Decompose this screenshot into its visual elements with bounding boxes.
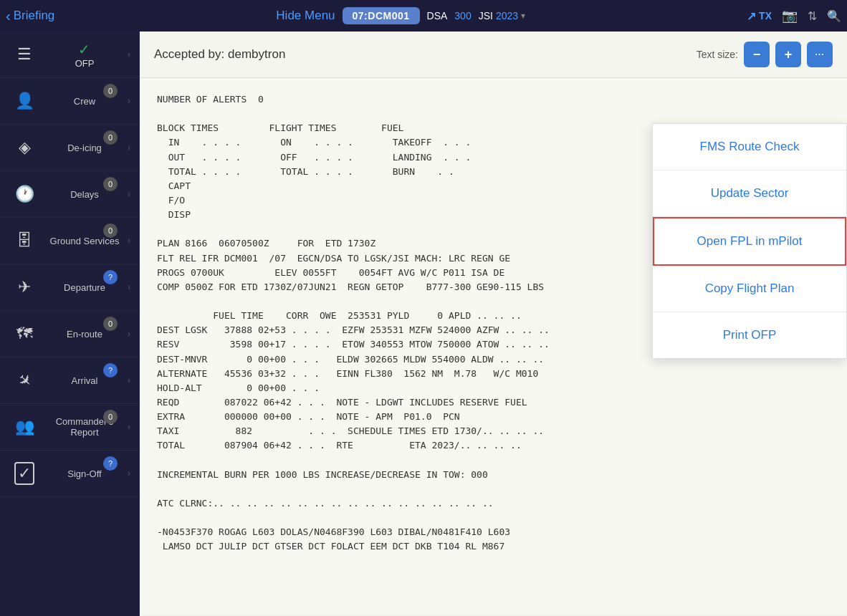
arrival-badge: ? bbox=[103, 363, 118, 377]
delays-icon-wrap: 🕐 bbox=[9, 178, 40, 210]
flight-number: 300 bbox=[454, 10, 471, 21]
sidebar-item-crew[interactable]: 👤 Crew 0 › bbox=[0, 78, 139, 125]
top-bar-right: ↗ TX 📷 ⇅ 🔍 bbox=[747, 8, 841, 24]
search-icon[interactable]: 🔍 bbox=[827, 9, 841, 23]
sidebar-item-delays[interactable]: 🕐 Delays 0 › bbox=[0, 171, 139, 218]
enroute-map-icon: 🗺 bbox=[16, 324, 32, 343]
sidebar-label-delays: Delays bbox=[42, 189, 128, 200]
departure-icon-wrap: ✈ bbox=[9, 271, 40, 303]
delays-clock-icon: 🕐 bbox=[15, 185, 34, 203]
accepted-by-prefix: Accepted by: bbox=[154, 47, 228, 61]
content-area: Accepted by: dembytron Text size: − + ··… bbox=[140, 32, 847, 616]
deicing-icon-wrap: ◈ bbox=[9, 132, 40, 163]
accepted-by-text: Accepted by: dembytron bbox=[154, 47, 285, 62]
arrival-icon: ✈ bbox=[13, 369, 35, 391]
fms-route-check-button[interactable]: FMS Route Check bbox=[653, 124, 846, 170]
back-to-briefing[interactable]: ‹ Briefing bbox=[6, 8, 54, 24]
arrival-icon-wrap: ✈ bbox=[9, 365, 40, 396]
hide-menu-button[interactable]: Hide Menu bbox=[276, 9, 335, 23]
departure-badge: ? bbox=[103, 270, 118, 284]
jsi-number: 2023 bbox=[496, 10, 518, 21]
ground-services-icon-wrap: 🗄 bbox=[9, 225, 40, 256]
tx-arrow-icon: ↗ bbox=[747, 9, 756, 23]
filter-icon[interactable]: ⇅ bbox=[808, 9, 817, 23]
ground-services-icon: 🗄 bbox=[16, 231, 32, 250]
sidebar-item-ground-services[interactable]: 🗄 Ground Services 0 › bbox=[0, 218, 139, 264]
sidebar: ☰ ✓ OFP › 👤 Crew 0 › ◈ De-icing 0 › bbox=[0, 32, 140, 616]
ofp-checkmark-icon: ✓ bbox=[78, 41, 90, 58]
ofp-icon: ☰ bbox=[17, 45, 32, 64]
sidebar-label-ofp: OFP bbox=[75, 58, 95, 69]
top-bar-center: Hide Menu 07:DCM001 DSA 300 JSI 2023 ▾ bbox=[60, 7, 741, 24]
delays-chevron-icon: › bbox=[128, 189, 130, 199]
jsi-label: JSI bbox=[479, 10, 493, 21]
deicing-icon: ◈ bbox=[19, 138, 31, 157]
sidebar-item-departure[interactable]: ✈ Departure ? › bbox=[0, 264, 139, 311]
sidebar-label-departure: Departure bbox=[42, 282, 128, 293]
crew-badge: 0 bbox=[103, 84, 118, 98]
crew-icon-wrap: 👤 bbox=[9, 85, 40, 117]
commanders-report-badge: 0 bbox=[103, 410, 118, 424]
ofp-chevron-icon: › bbox=[128, 49, 130, 59]
commanders-report-icon: 👥 bbox=[15, 418, 34, 436]
flight-id-pill[interactable]: 07:DCM001 bbox=[343, 7, 420, 24]
jsi-dropdown[interactable]: JSI 2023 ▾ bbox=[479, 10, 525, 21]
back-label: Briefing bbox=[14, 9, 55, 23]
print-ofp-button[interactable]: Print OFP bbox=[653, 312, 846, 358]
sidebar-label-signoff: Sign-Off bbox=[42, 468, 128, 479]
sidebar-label-arrival: Arrival bbox=[42, 375, 128, 386]
sidebar-item-arrival[interactable]: ✈ Arrival ? › bbox=[0, 357, 139, 404]
content-header: Accepted by: dembytron Text size: − + ··… bbox=[140, 32, 847, 78]
signoff-badge: ? bbox=[103, 456, 118, 471]
sidebar-item-deicing[interactable]: ◈ De-icing 0 › bbox=[0, 125, 139, 171]
update-sector-button[interactable]: Update Sector bbox=[653, 170, 846, 217]
text-size-controls: Text size: − + ··· bbox=[697, 42, 833, 67]
sidebar-label-enroute: En-route bbox=[42, 329, 128, 340]
dsa-tag: DSA bbox=[427, 10, 448, 21]
sidebar-label-ground-services: Ground Services bbox=[42, 236, 128, 246]
sidebar-label-deicing: De-icing bbox=[42, 143, 128, 153]
dropdown-arrow-icon: ▾ bbox=[521, 11, 525, 21]
signoff-icon-wrap: ✓ bbox=[9, 458, 40, 489]
ground-services-badge: 0 bbox=[103, 223, 118, 238]
sidebar-item-commanders-report[interactable]: 👥 Commander's Report 0 › bbox=[0, 404, 139, 451]
sidebar-item-signoff[interactable]: ✓ Sign-Off ? › bbox=[0, 451, 139, 497]
commanders-report-icon-wrap: 👥 bbox=[9, 411, 40, 443]
ofp-icon-wrap: ☰ bbox=[9, 39, 40, 70]
crew-chevron-icon: › bbox=[128, 96, 130, 106]
arrival-chevron-icon: › bbox=[128, 375, 130, 385]
tx-label: TX bbox=[759, 10, 772, 21]
departure-plane-icon: ✈ bbox=[18, 278, 31, 297]
text-size-label: Text size: bbox=[697, 49, 738, 60]
delays-badge: 0 bbox=[103, 177, 118, 191]
deicing-chevron-icon: › bbox=[128, 143, 130, 153]
enroute-badge: 0 bbox=[103, 317, 118, 331]
enroute-chevron-icon: › bbox=[128, 329, 130, 339]
signoff-chevron-icon: › bbox=[128, 468, 130, 478]
open-fpl-mpilot-button[interactable]: Open FPL in mPilot bbox=[653, 217, 846, 266]
departure-chevron-icon: › bbox=[128, 282, 130, 292]
main-layout: ☰ ✓ OFP › 👤 Crew 0 › ◈ De-icing 0 › bbox=[0, 32, 847, 616]
crew-icon: 👤 bbox=[15, 92, 34, 110]
camera-icon[interactable]: 📷 bbox=[782, 8, 798, 24]
sidebar-label-crew: Crew bbox=[42, 96, 128, 107]
back-arrow-icon: ‹ bbox=[6, 8, 11, 24]
copy-flight-plan-button[interactable]: Copy Flight Plan bbox=[653, 266, 846, 312]
signoff-icon: ✓ bbox=[14, 462, 34, 485]
enroute-icon-wrap: 🗺 bbox=[9, 318, 40, 350]
text-size-increase-button[interactable]: + bbox=[775, 42, 801, 67]
sidebar-item-enroute[interactable]: 🗺 En-route 0 › bbox=[0, 311, 139, 357]
top-navigation-bar: ‹ Briefing Hide Menu 07:DCM001 DSA 300 J… bbox=[0, 0, 847, 32]
commanders-report-chevron-icon: › bbox=[128, 422, 130, 432]
dropdown-menu: FMS Route Check Update Sector Open FPL i… bbox=[652, 123, 847, 359]
accepted-by-label: Accepted by: dembytron bbox=[154, 47, 285, 61]
accepted-by-username: dembytron bbox=[228, 47, 285, 61]
ground-services-chevron-icon: › bbox=[128, 236, 130, 246]
text-size-decrease-button[interactable]: − bbox=[744, 42, 770, 67]
tx-button[interactable]: ↗ TX bbox=[747, 9, 772, 23]
deicing-badge: 0 bbox=[103, 130, 118, 145]
sidebar-item-ofp[interactable]: ☰ ✓ OFP › bbox=[0, 32, 139, 78]
text-size-more-button[interactable]: ··· bbox=[807, 42, 833, 67]
